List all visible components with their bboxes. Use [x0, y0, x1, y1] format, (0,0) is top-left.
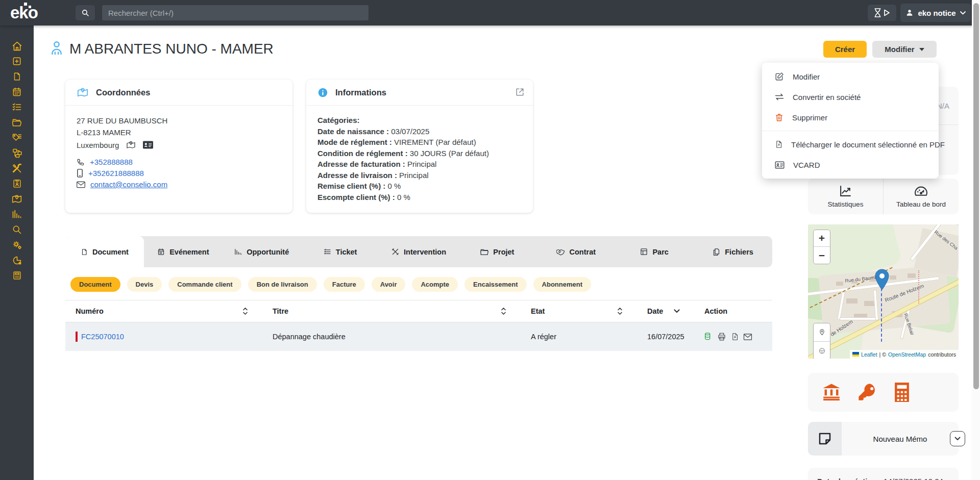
phone-icon: [77, 158, 85, 166]
map-attribution: Leaflet | © OpenStreetMap contributors: [850, 350, 959, 359]
sidebar-nav: [0, 26, 34, 480]
bank-icon[interactable]: [821, 383, 842, 402]
osm-link[interactable]: OpenStreetMap: [888, 351, 926, 358]
sidebar-item-calculator[interactable]: [11, 270, 23, 281]
tab-parc[interactable]: Parc: [615, 236, 694, 267]
phone-link[interactable]: +352888888: [90, 158, 133, 166]
search-button[interactable]: [76, 5, 95, 20]
sort-icon[interactable]: [242, 307, 248, 315]
timer-play-button[interactable]: [868, 5, 896, 21]
menu-item-convertir[interactable]: Convertir en société: [762, 87, 939, 107]
table-row[interactable]: FC25070010 Dépannage chaudière A régler …: [65, 322, 772, 351]
dashboard-button[interactable]: Tableau de bord: [884, 179, 959, 214]
document-number-link[interactable]: FC25070010: [81, 333, 124, 341]
map-road: [840, 317, 878, 320]
logo[interactable]: eko: [10, 3, 38, 22]
filter-devis[interactable]: Devis: [127, 277, 162, 292]
sidebar-item-folder[interactable]: [11, 117, 23, 128]
filter-encaissement[interactable]: Encaissement: [464, 277, 526, 292]
filter-acompte[interactable]: Acompte: [412, 277, 458, 292]
sidebar-item-statistics[interactable]: [11, 209, 23, 219]
sidebar-item-opportunity[interactable]: [11, 133, 23, 143]
filter-document[interactable]: Document: [70, 277, 120, 292]
tab-evenement[interactable]: Evénement: [144, 236, 223, 267]
zoom-in-button[interactable]: +: [814, 230, 830, 247]
locate-button[interactable]: [814, 323, 830, 342]
traffic-button[interactable]: [814, 342, 830, 359]
sort-icon[interactable]: [501, 307, 506, 315]
external-link-icon[interactable]: [515, 87, 525, 97]
statistics-button[interactable]: Statistiques: [808, 179, 884, 214]
status-marker: [76, 332, 78, 342]
map-marker-pin[interactable]: [874, 269, 890, 290]
menu-item-vcard[interactable]: VCARD: [762, 155, 939, 175]
tab-label: Contrat: [570, 248, 596, 256]
address-card-icon[interactable]: [143, 141, 153, 149]
show-on-map-icon[interactable]: [126, 140, 136, 149]
tab-intervention[interactable]: Intervention: [380, 236, 458, 267]
filter-facture[interactable]: Facture: [324, 277, 365, 292]
map-building: [864, 301, 874, 306]
create-button[interactable]: Créer: [823, 41, 867, 58]
key-icon[interactable]: [857, 383, 877, 402]
filter-abonnement[interactable]: Abonnement: [533, 277, 591, 292]
sidebar-item-search[interactable]: [11, 224, 23, 235]
tab-label: Evénement: [169, 248, 209, 256]
sidebar-item-home[interactable]: [11, 41, 23, 51]
sidebar-item-reports[interactable]: [11, 255, 23, 265]
box-icon: [640, 248, 648, 256]
page-scrollbar[interactable]: [972, 0, 980, 480]
email-link[interactable]: contact@conselio.com: [90, 180, 167, 189]
menu-item-telecharger-pdf[interactable]: Télécharger le document sélectionné en P…: [762, 134, 939, 155]
sidebar-item-document[interactable]: [11, 71, 23, 82]
calculator-icon[interactable]: [893, 383, 911, 402]
sort-desc-icon[interactable]: [674, 309, 680, 313]
tab-opportunite[interactable]: Opportunité: [223, 236, 301, 267]
column-header-date[interactable]: Date: [637, 307, 694, 315]
tab-contrat[interactable]: Contrat: [536, 236, 615, 267]
search-input[interactable]: [102, 5, 369, 20]
filter-bon-de-livraison[interactable]: Bon de livraison: [248, 277, 317, 292]
mobile-link[interactable]: +352621888888: [88, 169, 144, 178]
modify-button[interactable]: Modifier: [872, 41, 937, 58]
tab-projet[interactable]: Projet: [458, 236, 536, 267]
sidebar-item-map[interactable]: [11, 194, 23, 204]
sidebar-item-contact-card[interactable]: [11, 179, 23, 189]
tools-icon: [12, 163, 22, 174]
tools-icon: [391, 248, 399, 256]
print-icon[interactable]: [717, 332, 726, 341]
sidebar-item-tasks[interactable]: [11, 102, 23, 112]
sidebar-item-calendar[interactable]: [11, 87, 23, 97]
sidebar-item-hierarchy[interactable]: [11, 148, 23, 158]
location-map[interactable]: Rue du Baumbusch Route de Holzem Route d…: [808, 224, 959, 359]
statistics-label: Statistiques: [828, 200, 864, 208]
email-icon[interactable]: [743, 333, 752, 341]
column-header-titre[interactable]: Titre: [262, 307, 521, 315]
tab-document[interactable]: Document: [65, 236, 144, 273]
pdf-icon[interactable]: [731, 332, 739, 341]
menu-item-supprimer[interactable]: Supprimer: [762, 107, 939, 128]
map-building: [908, 273, 916, 278]
filter-commande-client[interactable]: Commande client: [168, 277, 241, 292]
new-memo-card[interactable]: Nouveau Mémo: [808, 422, 959, 456]
menu-item-modifier[interactable]: Modifier: [762, 66, 939, 87]
leaflet-link[interactable]: Leaflet: [861, 351, 877, 358]
map-building: [836, 282, 843, 286]
memo-label: Nouveau Mémo: [842, 435, 959, 443]
user-menu[interactable]: eko notice: [900, 4, 971, 22]
tag-lines-icon: [11, 133, 22, 143]
tab-ticket[interactable]: Ticket: [301, 236, 380, 267]
filter-avoir[interactable]: Avoir: [372, 277, 406, 292]
sort-icon[interactable]: [617, 307, 623, 315]
sidebar-item-tools[interactable]: [11, 163, 23, 173]
payment-coins-icon[interactable]: [703, 332, 713, 341]
column-header-etat[interactable]: Etat: [521, 307, 637, 315]
zoom-out-button[interactable]: −: [814, 247, 830, 264]
tab-fichiers[interactable]: Fichiers: [694, 236, 772, 267]
sidebar-item-settings[interactable]: [11, 240, 23, 250]
line-chart-icon: [839, 185, 852, 197]
column-header-numero[interactable]: Numéro: [65, 307, 262, 315]
sidebar-item-add[interactable]: [11, 56, 23, 66]
scrollbar-thumb[interactable]: [973, 3, 979, 389]
memo-dropdown-button[interactable]: [950, 431, 965, 446]
